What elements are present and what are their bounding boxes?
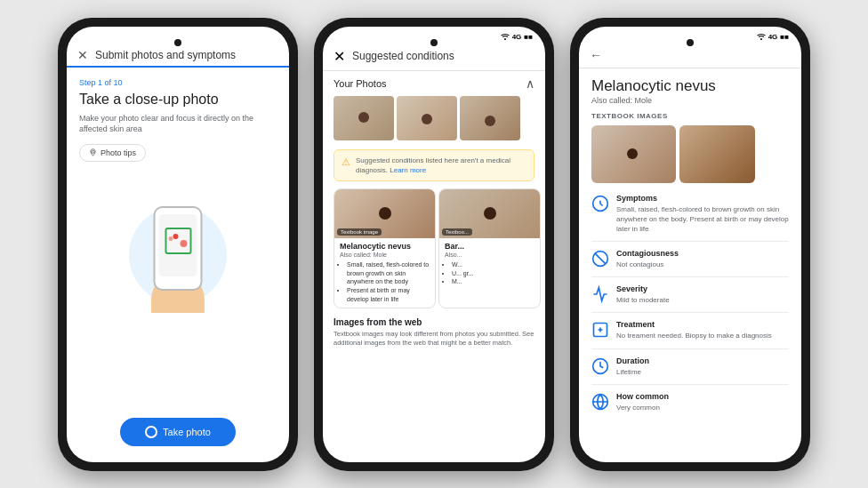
status-icons-3: 4G ■■	[757, 33, 789, 41]
tb-spot-1	[627, 148, 638, 159]
bullet-4: U... gr...	[452, 269, 534, 278]
duration-text: Duration Lifetime	[616, 356, 789, 377]
bullet-1: Small, raised, flesh-colored to brown gr…	[347, 260, 430, 286]
illus-screen	[159, 214, 197, 276]
svg-point-0	[92, 151, 94, 154]
cond-also-1: Also called: Mole	[340, 252, 430, 258]
divider-1	[591, 241, 789, 242]
how-common-label: How common	[616, 392, 789, 401]
spot-3	[168, 236, 173, 241]
your-photos-bar: Your Photos ∧	[323, 71, 545, 96]
cond-info-1: Melanocytic nevus Also called: Mole Smal…	[334, 238, 435, 308]
divider-3	[591, 312, 789, 313]
severity-label: Severity	[616, 284, 789, 293]
how-common-value: Very common	[616, 403, 789, 412]
back-arrow-icon[interactable]: ←	[590, 48, 602, 62]
p3-header: ←	[579, 44, 801, 68]
contagiousness-value: Not contagious	[616, 260, 789, 269]
photo-thumb-3	[460, 96, 520, 140]
camera-dot-2	[430, 39, 438, 46]
illustration	[120, 171, 236, 313]
textbook-badge-1: Textbook image	[337, 228, 382, 236]
spot-2	[180, 240, 187, 247]
duration-value: Lifetime	[616, 367, 789, 377]
symptoms-label: Symptoms	[616, 194, 789, 203]
photos-row	[323, 96, 545, 146]
p1-description: Make your photo clear and focus it direc…	[79, 113, 277, 135]
severity-value: Mild to moderate	[616, 295, 789, 305]
duration-label: Duration	[616, 356, 789, 365]
take-photo-label: Take photo	[163, 427, 211, 437]
camera-dot	[174, 39, 181, 46]
treatment-label: Treatment	[616, 320, 789, 329]
p2-header-title: Suggested conditions	[352, 50, 454, 62]
duration-icon	[591, 357, 609, 375]
p2-header: ✕ Suggested conditions	[323, 44, 545, 71]
condition-also: Also called: Mole	[591, 96, 789, 105]
p1-content: Step 1 of 10 Take a close-up photo Make …	[67, 68, 289, 462]
camera-icon	[145, 426, 157, 438]
phone-1: ✕ Submit photos and symptoms Step 1 of 1…	[58, 18, 298, 471]
status-icons-2: 4G ■■	[501, 33, 533, 41]
wifi-icon-3	[757, 34, 766, 41]
divider-5	[591, 384, 789, 385]
cond-bullets-1: Small, raised, flesh-colored to brown gr…	[340, 260, 430, 304]
p3-content: Melanocytic nevus Also called: Mole TEXT…	[579, 68, 801, 462]
treatment-row: Treatment No treament needed. Biopsy to …	[591, 320, 789, 340]
scan-box	[165, 228, 191, 254]
cond-spot-1	[379, 207, 391, 220]
tb-image-1	[591, 125, 676, 183]
pt-spot-3	[485, 116, 495, 126]
symptoms-value: Small, raised, flesh-colored to brown gr…	[616, 204, 789, 235]
contagiousness-row: Contagiousness Not contagious	[591, 249, 789, 269]
how-common-row: How common Very common	[591, 392, 789, 412]
photo-tips-button[interactable]: Photo tips	[79, 144, 146, 162]
condition-card-1[interactable]: Textbook image Melanocytic nevus Also ca…	[334, 188, 436, 308]
severity-icon	[591, 285, 609, 303]
bullet-3: W...	[452, 260, 534, 269]
camera-dot-3	[687, 39, 694, 46]
textbook-badge-2: Textboo...	[442, 228, 472, 236]
contagiousness-text: Contagiousness Not contagious	[616, 249, 789, 269]
conditions-grid: Textbook image Melanocytic nevus Also ca…	[323, 185, 545, 312]
textbook-label: TEXTBOOK IMAGES	[591, 112, 789, 120]
warning-box: ⚠ Suggested conditions listed here aren'…	[334, 149, 534, 181]
p1-header: ✕ Submit photos and symptoms	[67, 44, 289, 68]
tb-image-2	[679, 125, 755, 183]
close-icon-2[interactable]: ✕	[334, 48, 345, 65]
p1-heading: Take a close-up photo	[79, 91, 277, 108]
cond-image-2: Textboo...	[439, 189, 540, 238]
severity-row: Severity Mild to moderate	[591, 284, 789, 305]
pt-spot-1	[358, 112, 369, 123]
warning-text: Suggested conditions listed here aren't …	[356, 156, 526, 175]
cond-spot-2	[484, 207, 496, 220]
photo-thumb-1	[334, 96, 394, 140]
treatment-value: No treament needed. Biopsy to make a dia…	[616, 331, 789, 340]
symptoms-icon	[591, 195, 609, 212]
duration-row: Duration Lifetime	[591, 356, 789, 377]
photo-tips-label: Photo tips	[100, 148, 136, 157]
pt-spot-2	[422, 114, 432, 124]
images-web-desc: Textbook images may look different from …	[334, 330, 534, 348]
images-web-title: Images from the web	[334, 317, 534, 327]
treatment-text: Treatment No treament needed. Biopsy to …	[616, 320, 789, 340]
condition-card-2[interactable]: Textboo... Bar... Also... W... U... gr..…	[438, 188, 541, 308]
spot-1	[173, 234, 178, 239]
bullet-5: M...	[452, 277, 534, 286]
take-photo-button[interactable]: Take photo	[120, 418, 236, 446]
chevron-up-icon[interactable]: ∧	[526, 76, 534, 91]
divider-2	[591, 276, 789, 277]
images-web-section: Images from the web Textbook images may …	[323, 312, 545, 352]
wifi-icon	[501, 34, 510, 41]
contagiousness-label: Contagiousness	[616, 249, 789, 258]
textbook-images	[591, 125, 789, 183]
learn-more-link[interactable]: Learn more	[390, 166, 426, 174]
how-common-icon	[591, 393, 609, 411]
illus-phone	[154, 206, 203, 291]
close-icon[interactable]: ✕	[77, 48, 88, 62]
severity-text: Severity Mild to moderate	[616, 284, 789, 305]
cond-name-1: Melanocytic nevus	[340, 242, 430, 251]
condition-title: Melanocytic nevus	[591, 77, 789, 95]
symptoms-text: Symptoms Small, raised, flesh-colored to…	[616, 194, 789, 235]
bullet-2: Present at birth or may develop later in…	[347, 286, 430, 304]
